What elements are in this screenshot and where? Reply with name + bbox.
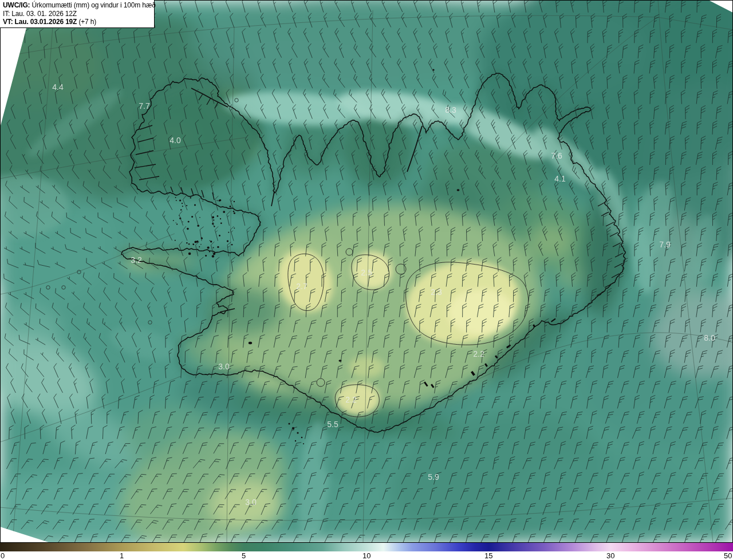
svg-text:3.0: 3.0 [245,498,257,507]
svg-text:3.0: 3.0 [218,362,230,371]
svg-text:2.5: 2.5 [361,268,372,277]
svg-text:8.0: 8.0 [704,333,715,342]
svg-text:4.4: 4.4 [52,82,64,92]
svg-text:5.9: 5.9 [428,472,439,482]
svg-text:7.7: 7.7 [139,101,150,111]
svg-text:5.5: 5.5 [327,420,338,429]
svg-text:2.2: 2.2 [473,349,484,358]
svg-text:2.7: 2.7 [296,282,308,291]
svg-text:3.2: 3.2 [131,255,142,265]
svg-text:7.6: 7.6 [551,151,562,160]
svg-text:2.3: 2.3 [431,287,442,297]
svg-text:8.3: 8.3 [445,105,456,115]
svg-text:2.2: 2.2 [345,395,357,404]
svg-text:7.9: 7.9 [659,240,671,249]
svg-text:4.0: 4.0 [170,136,181,145]
svg-text:4.1: 4.1 [554,174,566,183]
